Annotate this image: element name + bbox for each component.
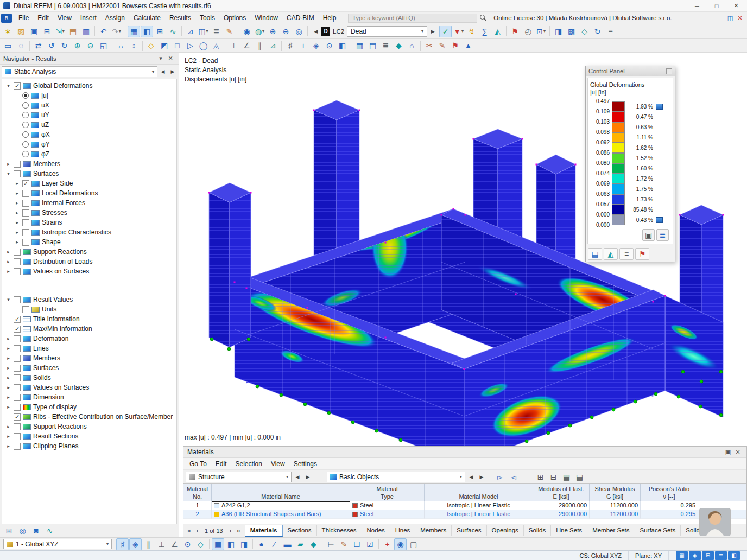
- checkbox-strains[interactable]: [22, 219, 29, 226]
- next-loadcase-button[interactable]: ▶: [428, 26, 437, 37]
- tree-item-z[interactable]: φZ: [2, 149, 176, 159]
- panels-toggle-icon[interactable]: ⊞: [154, 26, 166, 37]
- surface-tool-icon[interactable]: ▰: [294, 538, 307, 550]
- next-page-button[interactable]: ›: [226, 527, 235, 534]
- open-model-icon[interactable]: ▨: [15, 26, 27, 37]
- control-panel-titlebar[interactable]: Control Panel: [586, 66, 675, 76]
- data-panel-icon[interactable]: ⊞: [3, 525, 15, 537]
- select-pointer-icon[interactable]: ▻: [494, 471, 507, 483]
- materials-menu-settings[interactable]: Settings: [289, 459, 321, 469]
- windows-icon[interactable]: ◫▾: [197, 26, 210, 37]
- zoom-in-icon[interactable]: ⊕: [267, 26, 279, 37]
- tree-item-stresses[interactable]: ▸Stresses: [2, 208, 176, 218]
- chevron-right-icon[interactable]: ▸: [14, 190, 20, 196]
- checkbox-isotropic-characteristics[interactable]: [22, 229, 29, 236]
- visibility-eye-icon[interactable]: ◎: [16, 525, 29, 537]
- tables-toggle-icon[interactable]: ▦: [128, 26, 140, 37]
- materials-menu-go-to[interactable]: Go To: [185, 459, 211, 469]
- view-perspective-icon[interactable]: ◬: [210, 40, 223, 52]
- previous-loadcase-button[interactable]: ◀: [312, 26, 320, 37]
- checkbox-local-deformations[interactable]: [22, 190, 29, 197]
- coordinate-system-select[interactable]: 1 - Global XYZ ▾: [3, 539, 112, 549]
- tree-item-support-reactions[interactable]: ▸Support Reactions: [2, 422, 176, 431]
- snap-angle-icon[interactable]: ∠: [240, 40, 253, 52]
- hatch-view-icon[interactable]: ▩: [565, 26, 578, 37]
- panel-filter-icon[interactable]: ≡: [619, 248, 634, 260]
- chevron-right-icon[interactable]: ▸: [5, 404, 11, 410]
- ortho-mode-icon[interactable]: ⊥: [155, 538, 168, 550]
- checkbox-type-of-display[interactable]: [14, 404, 21, 411]
- chevron-right-icon[interactable]: ▸: [5, 336, 11, 341]
- chevron-down-icon[interactable]: ▾: [5, 171, 11, 176]
- tree-item-lines[interactable]: ▸Lines: [2, 343, 176, 353]
- radio-uz[interactable]: [22, 122, 29, 128]
- member-tool-icon[interactable]: ▬: [281, 538, 294, 550]
- more-tools-icon[interactable]: ≡: [604, 26, 617, 37]
- navigator-toggle-icon[interactable]: ◧: [141, 26, 153, 37]
- chevron-right-icon[interactable]: ▸: [5, 434, 11, 439]
- dimension-tool-icon[interactable]: ⊢: [325, 538, 337, 550]
- layers-icon[interactable]: ▤: [366, 40, 379, 52]
- clipboard-icon[interactable]: ▤: [67, 26, 79, 37]
- checkbox-distribution-of-loads[interactable]: [14, 258, 21, 265]
- export-icon[interactable]: ⇲▾: [54, 26, 66, 37]
- tree-item-values-on-surfaces[interactable]: ▸Values on Surfaces: [2, 266, 176, 276]
- tree-item-support-reactions[interactable]: ▸Support Reactions: [2, 247, 176, 257]
- close-menu-icon[interactable]: ✕: [735, 14, 745, 23]
- menu-edit[interactable]: Edit: [33, 12, 53, 23]
- menu-window[interactable]: Window: [250, 12, 282, 23]
- checkbox-surfaces[interactable]: [14, 170, 21, 177]
- rotate-ccw-icon[interactable]: ↺: [45, 40, 58, 52]
- materials-titlebar[interactable]: Materials ▣✕: [183, 447, 746, 458]
- grid-snap-icon[interactable]: ♯: [116, 538, 129, 550]
- visibility-icon[interactable]: ◉: [240, 26, 253, 37]
- tree-item-result-sections[interactable]: ▸Result Sections: [2, 431, 176, 441]
- save-model-icon[interactable]: ▣: [28, 26, 40, 37]
- radio-uy[interactable]: [22, 112, 29, 118]
- checkbox-support-reactions[interactable]: [14, 249, 21, 256]
- chevron-right-icon[interactable]: ▸: [14, 181, 20, 186]
- rotate-cw-icon[interactable]: ↻: [58, 40, 71, 52]
- status-panel-icon[interactable]: ⊞: [702, 551, 714, 560]
- chevron-right-icon[interactable]: ▸: [5, 249, 11, 254]
- center-snap-icon[interactable]: ⊙: [181, 538, 194, 550]
- tree-item-ux[interactable]: uX: [2, 100, 176, 110]
- tab-members[interactable]: Members: [415, 525, 452, 536]
- chevron-right-icon[interactable]: ▸: [5, 269, 11, 274]
- chevron-right-icon[interactable]: ▸: [14, 200, 20, 206]
- panel-colors-icon[interactable]: ▤: [588, 248, 602, 260]
- zoom-minus-icon[interactable]: ⊖: [84, 40, 97, 52]
- flag-icon[interactable]: ⚑: [509, 26, 521, 37]
- structure-prev-button[interactable]: ◀: [293, 472, 302, 482]
- tree-item-deformation[interactable]: ▸Deformation: [2, 334, 176, 343]
- tree-item-surfaces[interactable]: ▸Surfaces: [2, 363, 176, 373]
- checkbox-result-values[interactable]: [14, 296, 21, 303]
- checkbox-global-deformations[interactable]: [14, 82, 21, 90]
- tab-member-sets[interactable]: Member Sets: [587, 525, 635, 536]
- line-tool-icon[interactable]: ∕: [268, 538, 281, 550]
- first-page-button[interactable]: «: [185, 527, 193, 534]
- structure-next-button[interactable]: ▶: [303, 472, 312, 482]
- plane-yz-icon[interactable]: ◨: [238, 538, 250, 550]
- table-print-icon[interactable]: ⊟: [547, 471, 560, 483]
- result-diagram-icon[interactable]: ∿: [43, 525, 56, 537]
- objects-select[interactable]: Basic Objects ▾: [327, 472, 465, 482]
- checkbox-members[interactable]: [14, 355, 21, 362]
- grid-icon[interactable]: ♯: [284, 40, 296, 52]
- stack-icon[interactable]: ≣: [379, 40, 392, 52]
- pan-vertical-icon[interactable]: ↕: [128, 40, 140, 52]
- next-analysis-button[interactable]: ▶: [168, 66, 177, 77]
- table-row[interactable]: 2A36 (HR Structural Shapes and Bars)Stee…: [183, 510, 746, 519]
- panel-flag-icon[interactable]: ⚑: [635, 248, 649, 260]
- coordinate-system-icon[interactable]: +: [381, 538, 394, 550]
- checkbox-lines[interactable]: [14, 345, 21, 352]
- menu-view[interactable]: View: [53, 12, 76, 23]
- menu-calculate[interactable]: Calculate: [129, 12, 165, 23]
- home-view-icon[interactable]: ⌂: [406, 40, 418, 52]
- comment-tool-icon[interactable]: ✎: [338, 538, 350, 550]
- table-row[interactable]: 1A242 G1,2SteelIsotropic | Linear Elasti…: [183, 501, 746, 510]
- checkbox-members[interactable]: [14, 161, 21, 168]
- scale-slider-handle[interactable]: [656, 104, 663, 110]
- chevron-right-icon[interactable]: ▸: [14, 230, 20, 235]
- chevron-right-icon[interactable]: ▸: [5, 443, 11, 449]
